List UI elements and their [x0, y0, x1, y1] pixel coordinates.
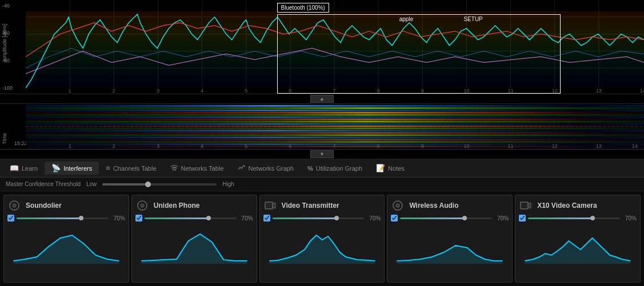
wireless-audio-header: Wireless Audio: [391, 199, 509, 212]
networks-table-icon: [170, 164, 178, 172]
svg-text:10: 10: [463, 143, 469, 149]
threshold-low: Low: [86, 181, 97, 187]
spectrum-container: -40 -60 -80 -100 Amplitude [dBm] Bluetoo…: [0, 0, 644, 94]
video-transmitter-percent: 70%: [366, 215, 381, 221]
x10-video-camera-header: X10 Video Camera: [519, 199, 637, 212]
video-transmitter-slider[interactable]: [273, 217, 365, 219]
x10-video-camera-slider-fill: [528, 217, 593, 219]
y-label-minus60: -60: [2, 30, 20, 36]
svg-rect-41: [26, 123, 644, 125]
uniden-slider-fill: [145, 217, 209, 219]
scroll-down-button[interactable]: ▼: [310, 150, 334, 158]
uniden-graph: [135, 224, 253, 279]
x10-video-camera-slider[interactable]: [528, 217, 620, 219]
soundolier-percent: 70%: [111, 215, 125, 221]
svg-rect-17: [26, 11, 644, 88]
soundolier-title: Soundolier: [26, 202, 62, 210]
svg-rect-48: [26, 139, 644, 140]
notes-icon: 📝: [376, 164, 385, 172]
video-transmitter-checkbox[interactable]: [263, 215, 270, 221]
tab-utilization-graph[interactable]: % Utilization Graph: [301, 163, 369, 174]
svg-rect-35: [26, 110, 644, 111]
svg-text:13: 13: [596, 88, 602, 94]
wireless-audio-slider-thumb[interactable]: [462, 216, 467, 220]
svg-rect-73: [265, 202, 273, 209]
svg-rect-46: [26, 134, 644, 136]
x10-video-camera-slider-thumb[interactable]: [590, 216, 595, 220]
video-transmitter-slider-thumb[interactable]: [334, 216, 339, 220]
slider-thumb[interactable]: [145, 182, 151, 187]
book-icon: 📖: [10, 164, 19, 172]
soundolier-slider-fill: [17, 217, 81, 219]
video-transmitter-controls: 70%: [263, 215, 381, 221]
uniden-header: Uniden Phone: [135, 199, 253, 212]
soundolier-slider[interactable]: [17, 217, 109, 219]
spectrum-svg: 1 2 3 4 5 6 7 8 9 10 11 12 13 14: [26, 0, 644, 94]
x10-video-camera-title: X10 Video Camera: [537, 202, 597, 210]
svg-text:12: 12: [552, 88, 558, 94]
wireless-audio-slider[interactable]: [400, 217, 492, 219]
soundolier-checkbox[interactable]: [7, 215, 14, 221]
waterfall-svg: 1 2 3 4 5 6 7 8 9 10 11 12 13 14: [26, 104, 644, 149]
nav-bar: 📖 Learn 📡 Interferers ≡ Channels Table: [0, 159, 644, 178]
wireless-audio-slider-fill: [400, 217, 465, 219]
tab-learn[interactable]: 📖 Learn: [3, 162, 45, 175]
bottom-section: 📖 Learn 📡 Interferers ≡ Channels Table: [0, 159, 644, 286]
svg-rect-36: [26, 112, 644, 114]
svg-text:3: 3: [157, 88, 159, 94]
uniden-icon: [135, 199, 149, 212]
tab-interferers[interactable]: 📡 Interferers: [45, 162, 99, 175]
video-transmitter-slider-fill: [273, 217, 337, 219]
threshold-high: High: [222, 181, 234, 187]
svg-text:7: 7: [333, 143, 335, 149]
video-transmitter-icon: [263, 199, 277, 212]
svg-text:6: 6: [289, 88, 291, 94]
svg-rect-44: [26, 130, 644, 131]
tab-learn-label: Learn: [22, 165, 38, 172]
svg-text:12: 12: [552, 143, 558, 149]
bluetooth-label: Bluetooth (100%): [277, 3, 329, 13]
svg-text:9: 9: [421, 88, 424, 94]
wireless-audio-checkbox[interactable]: [391, 215, 398, 221]
svg-rect-47: [26, 136, 644, 138]
svg-marker-74: [273, 203, 275, 208]
main-content: -40 -60 -80 -100 Amplitude [dBm] Bluetoo…: [0, 0, 644, 286]
scroll-up-button[interactable]: ▲: [310, 95, 334, 103]
svg-rect-40: [26, 121, 644, 123]
tab-networks-table[interactable]: Networks Table: [163, 162, 231, 175]
soundolier-card: Soundolier 70%: [3, 195, 129, 283]
utilization-icon: %: [307, 165, 313, 172]
svg-point-72: [141, 204, 144, 207]
networks-graph-icon: [238, 164, 246, 172]
svg-rect-43: [26, 127, 644, 129]
soundolier-header: Soundolier: [7, 199, 125, 212]
svg-text:1: 1: [69, 88, 71, 94]
uniden-slider[interactable]: [145, 217, 237, 219]
tab-interferers-label: Interferers: [63, 165, 92, 172]
svg-text:11: 11: [508, 88, 514, 94]
slider-fill: [102, 183, 148, 186]
wireless-audio-title: Wireless Audio: [409, 202, 458, 210]
tab-channels-table[interactable]: ≡ Channels Table: [99, 162, 163, 175]
uniden-checkbox[interactable]: [135, 215, 142, 221]
svg-text:2: 2: [113, 143, 115, 149]
y-label-minus40: -40: [2, 3, 20, 9]
wireless-audio-card: Wireless Audio 70%: [387, 195, 513, 283]
uniden-slider-thumb[interactable]: [206, 216, 211, 220]
svg-rect-42: [26, 126, 644, 127]
svg-text:14: 14: [640, 88, 644, 94]
threshold-slider[interactable]: [102, 183, 217, 186]
x10-video-camera-card: X10 Video Camera 70%: [515, 195, 641, 283]
tab-networks-graph[interactable]: Networks Graph: [231, 162, 301, 175]
channels-icon: ≡: [106, 164, 110, 172]
svg-text:8: 8: [377, 88, 380, 94]
svg-text:10: 10: [463, 88, 469, 94]
svg-text:5: 5: [245, 88, 247, 94]
y-label-minus80: -80: [2, 58, 20, 63]
time-title: Time: [2, 133, 7, 144]
video-transmitter-graph: [263, 224, 381, 279]
soundolier-slider-thumb[interactable]: [79, 216, 83, 220]
scroll-controls-bottom: ▼: [0, 150, 644, 159]
tab-notes[interactable]: 📝 Notes: [369, 162, 411, 175]
x10-video-camera-checkbox[interactable]: [519, 215, 526, 221]
